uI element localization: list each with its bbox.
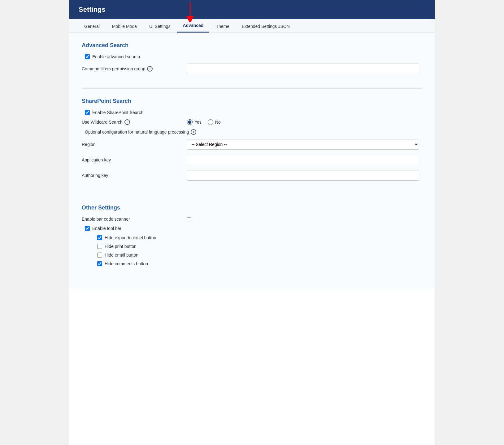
common-filters-row: Common filters permission group i <box>82 64 422 74</box>
enable-advanced-search-row: Enable advanced search <box>82 54 422 59</box>
other-settings-section: Other Settings Enable bar code scanner E… <box>82 195 422 279</box>
region-label: Region <box>82 142 187 147</box>
enable-sharepoint-search-checkbox[interactable] <box>85 110 90 115</box>
enable-advanced-search-label[interactable]: Enable advanced search <box>92 54 140 59</box>
common-filters-field <box>187 64 422 74</box>
enable-toolbar-checkbox[interactable] <box>85 226 90 231</box>
wildcard-yes-radio[interactable] <box>187 119 193 125</box>
barcode-scanner-row: Enable bar code scanner <box>82 217 422 222</box>
hide-print-checkbox[interactable] <box>97 244 102 249</box>
content-area: Advanced Search Enable advanced search C… <box>69 33 435 289</box>
advanced-search-section: Advanced Search Enable advanced search C… <box>82 42 422 88</box>
page-title: Settings <box>79 6 425 14</box>
sharepoint-search-title: SharePoint Search <box>82 98 422 104</box>
barcode-label: Enable bar code scanner <box>82 217 187 222</box>
authoring-key-field <box>187 170 422 181</box>
tab-extended-settings-json[interactable]: Extended Settings JSON <box>236 20 295 33</box>
wildcard-no-label[interactable]: No <box>215 120 221 125</box>
enable-sharepoint-search-label[interactable]: Enable SharePoint Search <box>92 110 143 115</box>
app-key-input[interactable] <box>187 155 419 165</box>
region-row: Region -- Select Region -- <box>82 139 422 150</box>
common-filters-label: Common filters permission group i <box>82 66 187 72</box>
tab-mobile-mode[interactable]: Mobile Mode <box>106 20 142 33</box>
region-field: -- Select Region -- <box>187 139 422 150</box>
authoring-key-row: Authoring key <box>82 170 422 181</box>
enable-sharepoint-search-row: Enable SharePoint Search <box>82 110 422 115</box>
wildcard-yes-label[interactable]: Yes <box>194 120 202 125</box>
tabs-bar: General Mobile Mode UI Settings Advanced… <box>69 19 435 33</box>
wildcard-search-row: Use Wildcard Search i Yes No <box>82 119 422 125</box>
wildcard-no-option: No <box>208 119 221 125</box>
nlp-notice-text: Optional configuration for natural langu… <box>85 130 189 134</box>
hide-print-label[interactable]: Hide print button <box>105 244 137 249</box>
hide-comments-row: Hide comments button <box>82 261 422 266</box>
wildcard-info-icon[interactable]: i <box>124 119 130 125</box>
tab-theme[interactable]: Theme <box>210 20 235 33</box>
wildcard-label: Use Wildcard Search i <box>82 119 187 125</box>
enable-toolbar-label[interactable]: Enable tool bar <box>92 226 121 231</box>
tab-advanced[interactable]: Advanced <box>177 19 209 33</box>
region-select[interactable]: -- Select Region -- <box>187 139 419 150</box>
wildcard-yes-option: Yes <box>187 119 202 125</box>
hide-print-row: Hide print button <box>82 244 422 249</box>
common-filters-info-icon[interactable]: i <box>147 66 153 72</box>
authoring-key-label: Authoring key <box>82 173 187 178</box>
advanced-search-title: Advanced Search <box>82 42 422 49</box>
hide-export-checkbox[interactable] <box>97 235 102 240</box>
tab-general[interactable]: General <box>79 20 105 33</box>
other-settings-title: Other Settings <box>82 205 422 211</box>
authoring-key-input[interactable] <box>187 170 419 181</box>
nlp-info-icon[interactable]: i <box>191 129 196 135</box>
app-header: Settings <box>69 0 435 19</box>
wildcard-no-radio[interactable] <box>208 119 213 125</box>
common-filters-input[interactable] <box>187 64 419 74</box>
enable-advanced-search-checkbox[interactable] <box>85 54 90 59</box>
tab-ui-settings[interactable]: UI Settings <box>144 20 176 33</box>
hide-comments-checkbox[interactable] <box>97 261 102 266</box>
hide-comments-label[interactable]: Hide comments button <box>105 261 148 266</box>
hide-email-label[interactable]: Hide email button <box>105 253 138 258</box>
app-key-field <box>187 155 422 165</box>
sharepoint-search-section: SharePoint Search Enable SharePoint Sear… <box>82 88 422 195</box>
hide-email-row: Hide email button <box>82 253 422 258</box>
app-key-label: Application key <box>82 157 187 162</box>
app-key-row: Application key <box>82 155 422 165</box>
nlp-notice-row: Optional configuration for natural langu… <box>82 129 422 135</box>
hide-email-checkbox[interactable] <box>97 253 102 258</box>
wildcard-radio-group: Yes No <box>187 119 221 125</box>
hide-export-label[interactable]: Hide export to excel button <box>105 235 156 240</box>
enable-toolbar-row: Enable tool bar <box>82 226 422 231</box>
barcode-scanner-checkbox[interactable] <box>187 217 191 221</box>
hide-export-row: Hide export to excel button <box>82 235 422 240</box>
barcode-field <box>187 217 422 221</box>
